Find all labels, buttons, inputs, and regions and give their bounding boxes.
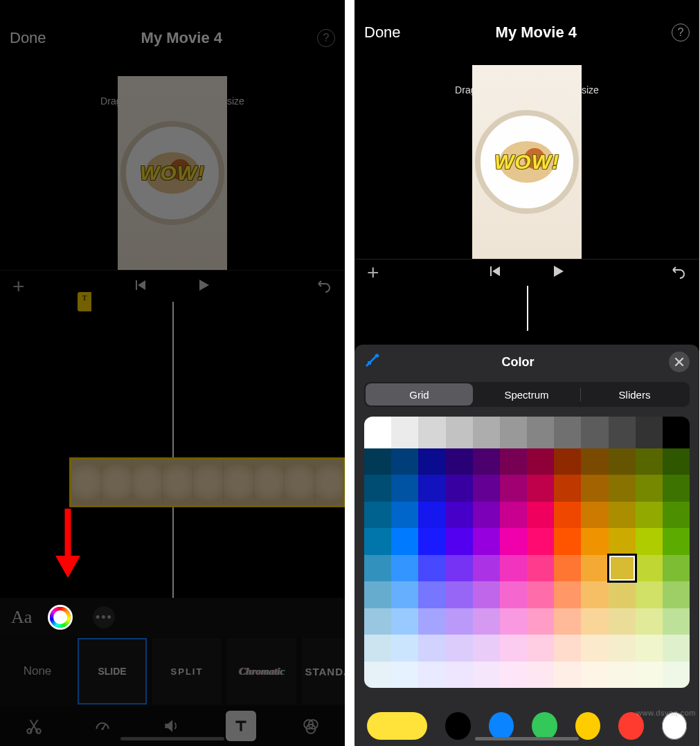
color-swatch[interactable]	[527, 417, 554, 448]
color-swatch[interactable]	[609, 635, 636, 661]
color-swatch[interactable]	[663, 555, 690, 581]
color-swatch[interactable]	[418, 555, 445, 581]
add-media-button[interactable]: +	[12, 275, 33, 298]
color-swatch[interactable]	[636, 635, 663, 661]
playhead[interactable]	[172, 302, 174, 598]
color-swatch[interactable]	[636, 581, 663, 608]
color-swatch[interactable]	[581, 417, 608, 448]
color-swatch[interactable]	[446, 417, 473, 448]
color-swatch[interactable]	[500, 528, 527, 554]
color-swatch[interactable]	[636, 417, 663, 448]
color-swatch[interactable]	[391, 448, 418, 475]
color-swatch[interactable]	[418, 608, 445, 635]
picker-mode-segmented[interactable]: Grid Spectrum Sliders	[364, 382, 690, 407]
color-swatch[interactable]	[554, 581, 581, 608]
color-swatch[interactable]	[663, 662, 690, 688]
color-swatch[interactable]	[527, 448, 554, 475]
color-swatch[interactable]	[581, 635, 608, 661]
color-swatch[interactable]	[500, 608, 527, 635]
color-swatch[interactable]	[554, 608, 581, 635]
recent-color-chip[interactable]	[532, 712, 557, 740]
tab-sliders[interactable]: Sliders	[581, 383, 688, 406]
color-swatch[interactable]	[500, 448, 527, 475]
color-swatch[interactable]	[473, 608, 500, 635]
color-swatch[interactable]	[581, 502, 608, 528]
play-button[interactable]	[195, 277, 212, 296]
color-swatch[interactable]	[446, 608, 473, 635]
color-swatch[interactable]	[364, 662, 391, 688]
color-swatch[interactable]	[581, 528, 608, 554]
color-swatch[interactable]	[364, 528, 391, 554]
title-styles-row[interactable]: None SLIDE SPLIT Chromatic STANDARD	[0, 637, 345, 706]
tab-volume[interactable]	[157, 712, 185, 740]
undo-button[interactable]	[670, 263, 687, 282]
color-swatch[interactable]	[581, 555, 608, 581]
color-swatch[interactable]	[527, 608, 554, 635]
color-swatch[interactable]	[473, 581, 500, 608]
add-media-button[interactable]: +	[367, 261, 388, 284]
color-swatch[interactable]	[391, 502, 418, 528]
color-swatch[interactable]	[391, 475, 418, 501]
color-swatch[interactable]	[527, 528, 554, 554]
color-swatch[interactable]	[581, 448, 608, 475]
color-swatch[interactable]	[500, 475, 527, 501]
font-button[interactable]: Aa	[11, 607, 32, 628]
color-swatch[interactable]	[418, 662, 445, 688]
title-options-button[interactable]: •••	[93, 606, 115, 628]
color-swatch[interactable]	[636, 608, 663, 635]
color-swatch[interactable]	[391, 581, 418, 608]
color-swatch[interactable]	[473, 502, 500, 528]
home-indicator[interactable]	[475, 737, 579, 740]
color-swatch[interactable]	[446, 528, 473, 554]
color-swatch[interactable]	[364, 417, 391, 448]
color-swatch[interactable]	[500, 635, 527, 661]
color-swatch[interactable]	[609, 555, 636, 581]
color-swatch[interactable]	[609, 502, 636, 528]
color-swatch[interactable]	[663, 608, 690, 635]
color-swatch[interactable]	[500, 555, 527, 581]
color-swatch[interactable]	[554, 528, 581, 554]
color-swatch[interactable]	[364, 555, 391, 581]
color-swatch[interactable]	[473, 528, 500, 554]
color-swatch[interactable]	[418, 417, 445, 448]
video-preview[interactable]: Drag title to move, pinch to resize WOW!	[355, 65, 699, 259]
color-swatch[interactable]	[446, 502, 473, 528]
tab-spectrum[interactable]: Spectrum	[473, 383, 580, 406]
color-swatch[interactable]	[473, 662, 500, 688]
color-swatch[interactable]	[554, 475, 581, 501]
color-swatch[interactable]	[609, 608, 636, 635]
color-swatch[interactable]	[581, 608, 608, 635]
color-swatch[interactable]	[364, 448, 391, 475]
color-swatch[interactable]	[636, 475, 663, 501]
color-swatch[interactable]	[581, 581, 608, 608]
color-swatch[interactable]	[418, 528, 445, 554]
color-swatch[interactable]	[446, 475, 473, 501]
selected-clip[interactable]	[69, 457, 345, 507]
play-button[interactable]	[550, 263, 566, 282]
title-style-none[interactable]: None	[3, 638, 72, 704]
color-swatch[interactable]	[391, 635, 418, 661]
tab-speed[interactable]	[89, 712, 116, 740]
color-swatch[interactable]	[446, 555, 473, 581]
color-swatch[interactable]	[636, 555, 663, 581]
color-swatch[interactable]	[663, 581, 690, 608]
color-swatch[interactable]	[663, 502, 690, 528]
video-preview[interactable]: Drag title to move, pinch to resize WOW!	[0, 76, 345, 270]
color-swatch[interactable]	[364, 475, 391, 501]
tab-grid[interactable]: Grid	[366, 383, 473, 406]
color-swatch[interactable]	[446, 448, 473, 475]
color-swatch[interactable]	[636, 448, 663, 475]
color-swatch[interactable]	[527, 581, 554, 608]
undo-button[interactable]	[316, 277, 332, 296]
color-swatch[interactable]	[663, 528, 690, 554]
color-swatch[interactable]	[527, 662, 554, 688]
color-swatch[interactable]	[581, 662, 608, 688]
color-swatch[interactable]	[609, 417, 636, 448]
color-swatch[interactable]	[418, 581, 445, 608]
done-button[interactable]: Done	[364, 24, 401, 42]
title-overlay-text[interactable]: WOW!	[494, 150, 559, 174]
color-swatch[interactable]	[636, 662, 663, 688]
color-swatch[interactable]	[500, 502, 527, 528]
playhead[interactable]	[527, 286, 528, 331]
tab-trim[interactable]	[20, 712, 48, 740]
